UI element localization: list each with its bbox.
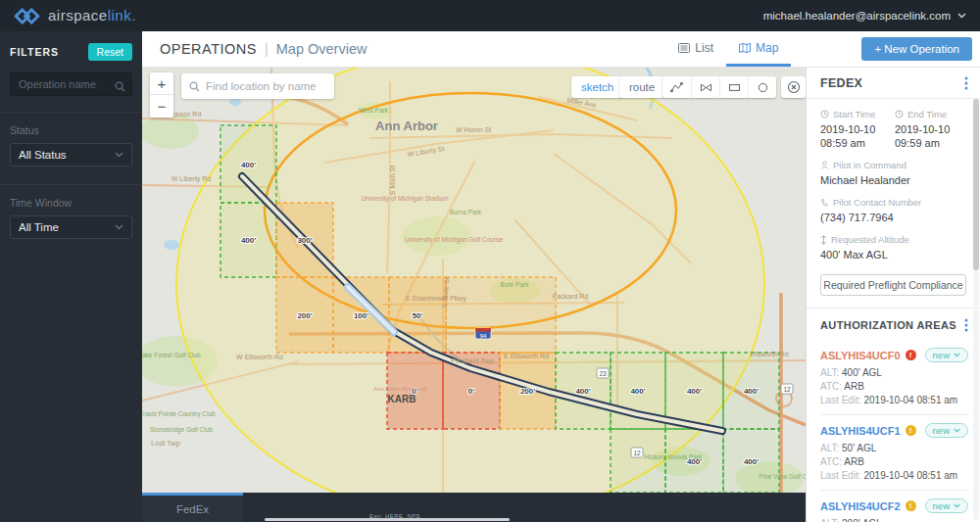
grid-zone-orange-light[interactable] (446, 277, 556, 353)
atc-value: ARB (844, 381, 864, 392)
status-alert-icon: ! (906, 500, 916, 511)
operation-detail-panel: FEDEX Start Time 2019-10-10 08:59 am (806, 68, 980, 522)
authorization-area-id[interactable]: ASLYHIS4UCF1 (820, 425, 901, 437)
map-attribution: Esri, HERE, NPS (369, 513, 420, 519)
person-icon (820, 161, 829, 169)
map-label: University of Michigan Stadium (361, 195, 448, 203)
clock-icon (895, 110, 904, 119)
kebab-menu-icon (964, 318, 968, 332)
zone-altitude-label: 400' (241, 161, 256, 169)
alt-label: ALT: (820, 518, 839, 522)
interstate-shield-number: 94 (480, 333, 487, 339)
bottom-tab-bar: FedEx Esri, HERE, NPS (142, 493, 806, 522)
alt-value: 50' AGL (842, 443, 876, 453)
logo-text: airspace (48, 7, 108, 24)
authorization-areas-title: AUTHORIZATION AREAS (820, 319, 956, 331)
zone-altitude-label: 400' (241, 236, 256, 245)
panel-scrollbar[interactable] (973, 99, 979, 520)
atc-label: ATC: (820, 381, 842, 392)
tab-fedex-operation[interactable]: FedEx (142, 493, 243, 522)
chevron-down-icon (957, 13, 966, 19)
last-edit-label: Last Edit: (820, 395, 861, 405)
required-preflight-compliance-button[interactable]: Required Preflight Compliance (820, 274, 966, 296)
authorization-area-id[interactable]: ASLYHIS4UCF2 (820, 500, 901, 512)
status-filter-label: Status (10, 124, 132, 136)
route-tool-button[interactable]: route (619, 76, 664, 98)
zone-altitude-label: 100' (354, 311, 368, 320)
pilot-name: Michael Healander (820, 173, 966, 187)
map-label: W Huron St (456, 126, 491, 133)
altitude-field: Requested Altitude 400' Max AGL (820, 234, 966, 261)
draw-circle-tool[interactable] (748, 76, 776, 98)
page-title: OPERATIONS | Map Overview (142, 31, 367, 67)
alt-value: 400' AGL (842, 367, 882, 378)
interstate-shield-top (475, 328, 491, 332)
grid-zone-green[interactable] (611, 429, 665, 493)
authorization-status-dropdown[interactable]: new (925, 348, 968, 362)
find-location-input[interactable] (206, 80, 323, 92)
map-label: Packard Rd (553, 293, 589, 300)
map-label: Pine View Golf Course (759, 473, 806, 480)
tab-list[interactable]: List (665, 31, 726, 67)
map-label: KARB (388, 394, 416, 404)
start-time: 08:59 am (820, 136, 895, 150)
basemap-svg: 94231212400'400'300'200'100'50'0'0'200'4… (142, 68, 806, 493)
search-icon (189, 81, 200, 92)
map-icon (739, 43, 751, 53)
authorization-area-item: ASLYHIS4UCF0 ! new ALT: 400' AGL ATC: AR… (820, 340, 968, 414)
authorization-area-id[interactable]: ASLYHIS4UCF0 (820, 350, 901, 361)
divider (0, 112, 142, 113)
authorization-list: ASLYHIS4UCF0 ! new ALT: 400' AGL ATC: AR… (807, 340, 980, 522)
altitude-arrows-icon (820, 235, 827, 245)
route-shield-number: 12 (783, 386, 791, 393)
filters-title: FILTERS (10, 46, 59, 58)
sketch-tool-button[interactable]: sketch (571, 76, 623, 98)
chevron-down-icon (954, 353, 960, 357)
chevron-down-icon (115, 152, 123, 158)
end-date: 2019-10-10 (895, 122, 966, 136)
route-shield-number: 23 (599, 370, 607, 377)
map-label: W Liberty Rd (172, 175, 212, 183)
authorization-status-dropdown[interactable]: new (925, 498, 968, 513)
time-window-dropdown[interactable]: All Time (10, 215, 132, 239)
operation-menu-button[interactable] (964, 76, 968, 90)
authorization-menu-button[interactable] (964, 318, 968, 332)
clock-icon (820, 110, 829, 119)
map-canvas[interactable]: 94231212400'400'300'200'100'50'0'0'200'4… (142, 68, 806, 493)
list-icon (678, 43, 690, 53)
map-label: Lodi Twp (151, 439, 180, 448)
tab-map[interactable]: Map (726, 31, 791, 67)
map-label: Ann Arbor Municipal (373, 386, 426, 392)
user-menu[interactable]: michael.healander@airspacelink.com (763, 10, 966, 22)
authorization-status-dropdown[interactable]: new (925, 423, 968, 438)
new-operation-button[interactable]: + New Operation (861, 37, 972, 61)
draw-polyline-tool[interactable] (662, 76, 691, 98)
status-alert-icon: ! (906, 350, 916, 360)
kebab-menu-icon (964, 76, 968, 90)
end-time: 09:59 am (895, 136, 966, 150)
search-icon (115, 78, 125, 96)
zone-altitude-label: 400' (744, 387, 759, 396)
draw-polygon-tool[interactable] (691, 76, 719, 98)
draw-rectangle-tool[interactable] (719, 76, 748, 98)
zoom-out-button[interactable]: − (150, 95, 173, 118)
zone-altitude-label: 200' (520, 387, 535, 396)
clear-drawing-button[interactable] (781, 76, 806, 98)
map-label: Travis Pointe Country Club (142, 410, 216, 418)
zone-altitude-label: 300' (297, 236, 312, 245)
panel-scrollbar-thumb[interactable] (973, 99, 979, 270)
chevron-down-icon (954, 428, 960, 433)
status-filter-dropdown[interactable]: All Status (10, 143, 132, 166)
reset-filters-button[interactable]: Reset (88, 43, 132, 61)
divider (0, 184, 142, 185)
alt-label: ALT: (820, 443, 839, 453)
circle-x-icon (787, 80, 801, 94)
map-label: Stonebridge Golf Club (150, 426, 213, 434)
operation-name: FEDEX (820, 76, 862, 90)
alt-label: ALT: (820, 367, 839, 378)
map-label: Lake Forest Golf Club (142, 352, 201, 358)
alt-value: 200' AGL (842, 518, 882, 522)
zoom-in-button[interactable]: + (150, 72, 173, 95)
phone-icon (820, 198, 829, 207)
start-time-field: Start Time 2019-10-10 08:59 am (820, 109, 895, 150)
